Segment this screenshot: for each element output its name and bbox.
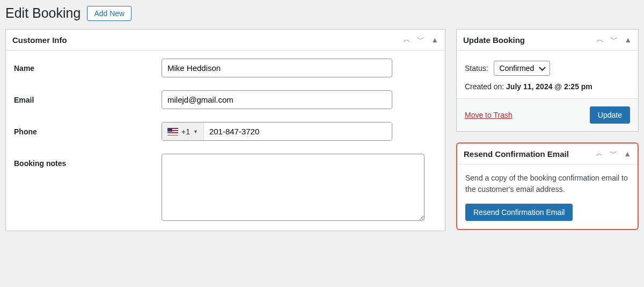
customer-info-title: Customer Info [12,35,67,45]
resend-confirmation-button[interactable]: Resend Confirmation Email [465,204,573,221]
name-label: Name [14,59,162,73]
move-up-icon[interactable]: ︿ [596,149,603,159]
resend-confirmation-title: Resend Confirmation Email [464,149,569,159]
move-up-icon[interactable]: ︿ [403,35,411,45]
page-title: Edit Booking [5,5,80,21]
phone-label: Phone [14,122,162,136]
customer-info-panel: Customer Info ︿ ﹀ ▲ Name Email [5,29,445,231]
move-down-icon[interactable]: ﹀ [610,35,618,45]
toggle-panel-icon[interactable]: ▲ [624,149,631,158]
created-on-date: July 11, 2024 @ 2:25 pm [506,82,592,91]
toggle-panel-icon[interactable]: ▲ [431,35,438,44]
update-button[interactable]: Update [590,106,630,124]
update-booking-title: Update Booking [463,35,525,45]
created-on-label: Created on: [465,82,504,91]
email-input[interactable] [162,90,392,109]
phone-input[interactable] [204,123,392,140]
resend-description: Send a copy of the booking confirmation … [465,173,630,195]
phone-country-selector[interactable]: +1 ▼ [162,123,204,140]
chevron-down-icon: ▼ [193,129,198,134]
name-input[interactable] [162,59,392,77]
update-booking-panel: Update Booking ︿ ﹀ ▲ Status: Confirmed [456,29,639,132]
email-label: Email [14,90,162,104]
status-label: Status: [465,64,488,73]
notes-textarea[interactable] [162,154,425,221]
flag-us-icon [167,128,178,135]
move-up-icon[interactable]: ︿ [596,35,604,45]
add-new-button[interactable]: Add New [87,6,131,21]
toggle-panel-icon[interactable]: ▲ [624,35,632,44]
resend-confirmation-panel: Resend Confirmation Email ︿ ﹀ ▲ Send a c… [456,142,639,230]
notes-label: Booking notes [14,154,162,168]
phone-code: +1 [181,127,190,136]
move-down-icon[interactable]: ﹀ [417,35,425,45]
status-select[interactable]: Confirmed [494,61,550,76]
move-to-trash-link[interactable]: Move to Trash [465,111,513,119]
move-down-icon[interactable]: ﹀ [610,149,617,159]
